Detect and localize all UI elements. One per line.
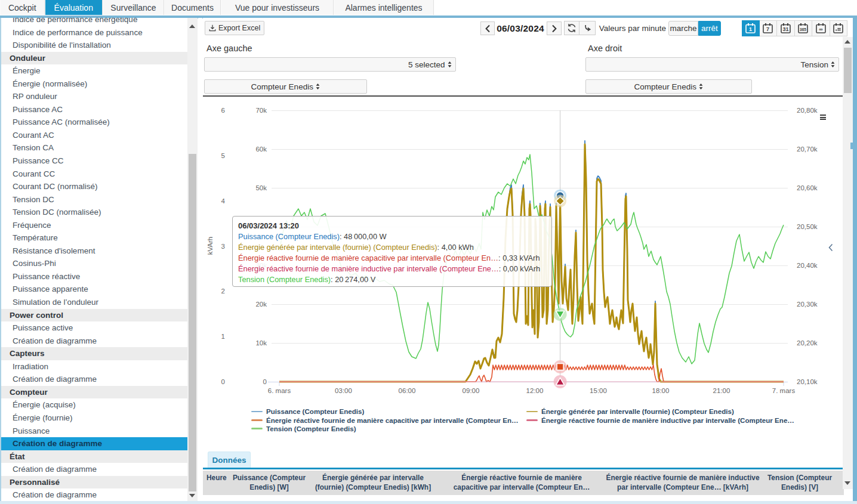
svg-text:15:00: 15:00 [590,387,607,394]
svg-text:20,50k: 20,50k [797,223,818,230]
svg-text:20,70k: 20,70k [797,146,818,153]
svg-text:12:00: 12:00 [526,387,544,394]
svg-text:50k: 50k [255,184,267,191]
svg-text:3: 3 [221,243,225,250]
svg-text:5: 5 [221,152,225,159]
svg-text:6: 6 [221,107,225,114]
svg-text:365: 365 [800,27,806,32]
svg-text:20,20k: 20,20k [797,339,818,347]
svg-text:20,60k: 20,60k [797,184,818,191]
svg-text:1: 1 [221,333,225,340]
svg-text:60k: 60k [255,146,267,153]
svg-text:31: 31 [782,26,788,32]
svg-text:20,10k: 20,10k [797,378,818,385]
svg-text:∞: ∞ [819,26,823,32]
svg-text:10k: 10k [255,339,267,347]
svg-text:1: 1 [749,26,752,32]
svg-text:4: 4 [221,197,226,205]
svg-text:20,40k: 20,40k [797,262,818,269]
svg-text:70k: 70k [255,107,267,114]
svg-text:2: 2 [221,287,225,295]
svg-text:7. mars: 7. mars [772,387,796,394]
svg-text:0: 0 [263,378,267,385]
svg-text:6. mars: 6. mars [268,387,291,394]
svg-text:7: 7 [766,26,769,32]
svg-text:20,30k: 20,30k [797,301,818,308]
svg-text:20,80k: 20,80k [797,107,818,114]
svg-text:20k: 20k [255,301,267,308]
svg-text:0: 0 [221,378,225,385]
svg-text:21:00: 21:00 [713,387,730,394]
svg-text:06:00: 06:00 [399,387,416,394]
svg-text:03:00: 03:00 [335,387,352,394]
svg-text:18:00: 18:00 [652,387,670,394]
svg-text:09:00: 09:00 [463,387,480,394]
svg-text:kVArh: kVArh [206,237,214,255]
